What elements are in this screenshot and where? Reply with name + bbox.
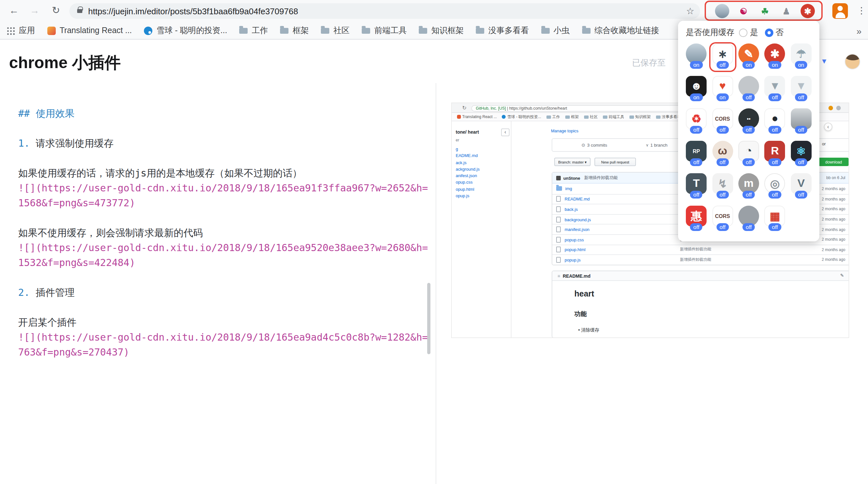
forward-button[interactable]: → — [30, 4, 39, 16]
extension-toggle[interactable]: •• off — [736, 108, 761, 136]
cache-option[interactable]: 是 — [739, 27, 758, 38]
screen: ← → ↻ https://juejin.im/editor/posts/5b3… — [0, 0, 868, 484]
extension-cell: ▼ off — [762, 76, 788, 106]
extension-toggle[interactable]: off — [736, 76, 761, 103]
extension-cell: ▼ off — [788, 76, 814, 106]
extension-state-badge: off — [690, 158, 703, 166]
extension-cell: ✎ on — [736, 44, 762, 74]
inner-bookmark-icon — [457, 115, 461, 119]
extension-toggle[interactable]: ✎ on — [736, 44, 761, 71]
publish-caret-icon[interactable]: ▼ — [821, 57, 828, 65]
extension-toggle[interactable]: ◎ off — [763, 173, 787, 200]
inner-readme-section: 功能 — [575, 310, 587, 318]
extension-toggle[interactable]: ▼ off — [789, 76, 813, 103]
editor-scrollbar[interactable] — [427, 283, 430, 354]
inner-file-icon — [556, 196, 561, 202]
extension-toggle[interactable]: CORS off — [710, 206, 735, 233]
bookmark-icon — [419, 28, 428, 33]
inner-readme-box: ≡ README.md ✎ heart 功能 • 清除缓存 — [552, 271, 849, 338]
bookmark-item[interactable]: Translating React ... — [47, 26, 132, 35]
extension-toggle[interactable]: RP off — [684, 141, 709, 168]
line-text: 如果不使用缓存，则会强制请求最新的代码 — [18, 227, 203, 239]
bookmark-icon — [321, 28, 330, 33]
inner-file-name: popup.js — [565, 258, 680, 262]
inner-readme-icon: ≡ — [557, 274, 560, 278]
refresh-button[interactable]: ↻ — [52, 4, 60, 16]
extension-toggle[interactable]: ● off — [763, 108, 787, 136]
extension-cell: ↯ off — [710, 173, 736, 204]
page-title[interactable]: chrome 小插件 — [9, 52, 121, 73]
extension-grid: on ∗ off ✎ on — [678, 41, 819, 239]
extension-toggle[interactable]: ♥ on — [710, 76, 735, 103]
inner-bookmark-item: 工作 — [547, 114, 560, 120]
extension-toggle[interactable]: ♻ off — [684, 108, 709, 136]
bookmark-item[interactable]: 雪球 - 聪明的投资... — [144, 25, 227, 36]
extension-toggle[interactable]: 惠 off — [684, 206, 709, 233]
radio-icon[interactable] — [739, 29, 747, 37]
cache-option[interactable]: 否 — [765, 27, 784, 38]
inner-sidebar-files: gEADME.mdack.jsackground.jsanifest.jsono… — [456, 146, 480, 200]
bookmark-item[interactable]: 框架 — [280, 25, 309, 36]
editor-line: ![](https://user-gold-cdn.xitu.io/2018/9… — [18, 330, 430, 360]
bookmarks-overflow-icon[interactable]: » — [856, 26, 862, 36]
extension-cell: ♻ off — [683, 108, 710, 139]
inner-stat-icon: ⊙ — [582, 142, 585, 148]
bookmark-item[interactable]: 小虫 — [541, 25, 570, 36]
extension-toggle[interactable]: off — [736, 206, 761, 233]
extension-toggle[interactable]: ∗ off — [710, 44, 735, 71]
bookmark-star-icon[interactable]: ☆ — [686, 6, 694, 16]
bookmark-item[interactable]: 综合收藏地址链接 — [582, 25, 659, 36]
extension-toggle[interactable]: ⚛ off — [789, 141, 813, 168]
extension-toggle[interactable]: ↯ off — [710, 173, 735, 200]
extension-state-badge: off — [743, 158, 755, 166]
extension-cell: ♥ on — [710, 76, 736, 106]
inner-sidebar-file-link: opup.css — [456, 179, 480, 186]
extension-toggle[interactable]: ✱ on — [763, 44, 787, 71]
bookmark-label: 小虫 — [554, 25, 570, 36]
editor-line: ![](https://user-gold-cdn.xitu.io/2018/9… — [18, 181, 430, 211]
profile-avatar[interactable] — [832, 3, 848, 19]
extension-cell: m off — [736, 173, 762, 204]
radio-icon[interactable] — [765, 29, 773, 37]
extension-toggle[interactable]: ☂ on — [789, 44, 813, 71]
extension-toggle[interactable]: off — [789, 108, 813, 136]
bookmark-item[interactable]: 社区 — [321, 25, 350, 36]
inner-file-name: back.js — [565, 207, 680, 211]
bookmark-item[interactable]: 知识框架 — [419, 25, 464, 36]
inner-sidebar-file-link: EADME.md — [456, 153, 480, 160]
extension-toggle[interactable]: ◔ off — [736, 141, 761, 168]
extension-cell: R off — [762, 141, 788, 171]
extension-cell: off — [736, 76, 762, 106]
inner-refresh-icon: ↻ — [462, 105, 466, 111]
extension-state-badge: off — [690, 126, 703, 134]
markdown-editor[interactable]: ## 使用效果 1.请求强制使用缓存 如果使用缓存的话，请求的js用的是本地缓存… — [0, 83, 432, 484]
address-bar[interactable]: https://juejin.im/editor/posts/5b3f1baa6… — [69, 3, 700, 19]
extension-toggle[interactable]: T off — [684, 173, 709, 200]
bookmark-label: 综合收藏地址链接 — [594, 25, 659, 36]
bookmark-item[interactable]: 应用 — [6, 25, 35, 36]
extension-toggle[interactable]: ω off — [710, 141, 735, 168]
extension-toggle[interactable]: ▼ off — [763, 76, 787, 103]
extension-toggle[interactable]: m off — [736, 173, 761, 200]
user-avatar[interactable] — [845, 54, 860, 69]
extension-state-badge: off — [769, 126, 781, 134]
extension-state-badge: on — [769, 61, 781, 69]
inner-file-name: popup.html — [565, 248, 680, 252]
extension-toggle[interactable]: ▦ off — [763, 206, 787, 233]
back-button[interactable]: ← — [9, 4, 19, 16]
bookmark-item[interactable]: 工作 — [240, 25, 268, 36]
extension-toggle[interactable]: V off — [789, 173, 813, 200]
extension-state-badge: off — [795, 126, 807, 134]
extension-toggle[interactable]: ☻ on — [684, 76, 709, 103]
bookmark-item[interactable]: 没事多看看 — [476, 25, 529, 36]
menu-kebab-icon[interactable]: ⋮ — [857, 5, 866, 16]
inner-bookmark-label: 知识框架 — [635, 114, 651, 120]
bookmark-label: 框架 — [293, 25, 309, 36]
extension-cell: ω off — [710, 141, 736, 171]
bookmark-item[interactable]: 前端工具 — [362, 25, 407, 36]
extension-toggle[interactable]: on — [684, 44, 709, 71]
extension-popup: 是否使用缓存 是 否 — [678, 21, 819, 241]
extension-cell: V off — [788, 173, 814, 204]
extension-toggle[interactable]: R off — [763, 141, 787, 168]
extension-toggle[interactable]: CORS off — [710, 108, 735, 136]
